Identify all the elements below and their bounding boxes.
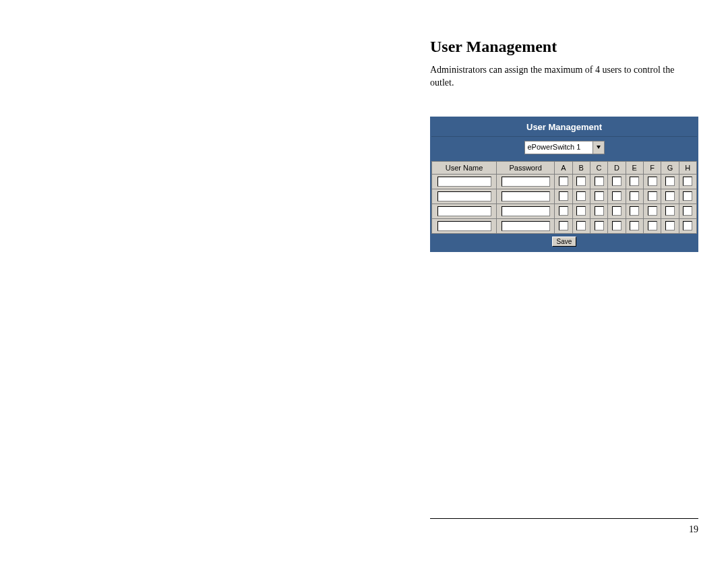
col-header-pass: Password: [497, 161, 555, 174]
col-header-A: A: [555, 161, 572, 174]
table-row: [432, 174, 697, 189]
outlet-checkbox[interactable]: [612, 177, 621, 186]
outlet-checkbox[interactable]: [595, 191, 604, 201]
outlet-checkbox[interactable]: [648, 221, 657, 230]
page-number: 19: [430, 524, 698, 535]
table-row: [432, 218, 697, 233]
outlet-checkbox[interactable]: [576, 191, 586, 201]
col-header-G: G: [661, 161, 679, 174]
outlet-checkbox[interactable]: [595, 177, 604, 186]
col-header-user: User Name: [432, 161, 497, 174]
outlet-checkbox[interactable]: [665, 206, 675, 216]
outlet-checkbox[interactable]: [612, 221, 621, 230]
outlet-checkbox[interactable]: [665, 191, 675, 201]
save-button[interactable]: Save: [552, 237, 577, 247]
username-field[interactable]: [437, 206, 491, 216]
outlet-checkbox[interactable]: [630, 177, 639, 186]
panel-title: User Management: [431, 118, 697, 136]
outlet-checkbox[interactable]: [648, 191, 657, 201]
outlet-checkbox[interactable]: [595, 221, 604, 230]
table-row: [432, 189, 697, 204]
device-select[interactable]: ePowerSwitch 1: [524, 141, 605, 154]
username-field[interactable]: [437, 177, 491, 187]
table-row: [432, 204, 697, 218]
col-header-B: B: [572, 161, 590, 174]
outlet-checkbox[interactable]: [630, 191, 639, 201]
col-header-C: C: [590, 161, 607, 174]
outlet-checkbox[interactable]: [683, 206, 692, 216]
outlet-checkbox[interactable]: [683, 177, 692, 186]
username-field[interactable]: [437, 221, 491, 231]
password-field[interactable]: [502, 191, 550, 201]
outlet-checkbox[interactable]: [612, 206, 621, 216]
outlet-checkbox[interactable]: [648, 177, 657, 186]
chevron-down-icon[interactable]: [593, 142, 604, 154]
outlet-checkbox[interactable]: [576, 221, 586, 230]
section-heading: User Management: [430, 38, 698, 56]
outlet-checkbox[interactable]: [683, 191, 692, 201]
user-grid: User Name Password A B C D E F G H: [431, 161, 697, 234]
col-header-H: H: [679, 161, 696, 174]
outlet-checkbox[interactable]: [665, 221, 675, 230]
outlet-checkbox[interactable]: [559, 221, 568, 230]
password-field[interactable]: [502, 177, 550, 187]
footer-rule: [430, 518, 698, 519]
outlet-checkbox[interactable]: [595, 206, 604, 216]
section-intro: Administrators can assign the maximum of…: [430, 64, 698, 90]
user-management-panel: User Management ePowerSwitch 1 User Name…: [430, 117, 698, 252]
username-field[interactable]: [437, 191, 491, 201]
device-select-row: ePowerSwitch 1: [431, 136, 697, 161]
outlet-checkbox[interactable]: [559, 206, 568, 216]
col-header-E: E: [626, 161, 643, 174]
col-header-F: F: [643, 161, 661, 174]
outlet-checkbox[interactable]: [612, 191, 621, 201]
password-field[interactable]: [502, 221, 550, 231]
outlet-checkbox[interactable]: [665, 177, 675, 186]
panel-footer: Save: [431, 234, 697, 251]
outlet-checkbox[interactable]: [576, 206, 586, 216]
password-field[interactable]: [502, 206, 550, 216]
outlet-checkbox[interactable]: [683, 221, 692, 230]
outlet-checkbox[interactable]: [559, 177, 568, 186]
outlet-checkbox[interactable]: [630, 221, 639, 230]
outlet-checkbox[interactable]: [630, 206, 639, 216]
outlet-checkbox[interactable]: [576, 177, 586, 186]
col-header-D: D: [608, 161, 626, 174]
outlet-checkbox[interactable]: [648, 206, 657, 216]
device-select-value: ePowerSwitch 1: [525, 142, 593, 154]
outlet-checkbox[interactable]: [559, 191, 568, 201]
